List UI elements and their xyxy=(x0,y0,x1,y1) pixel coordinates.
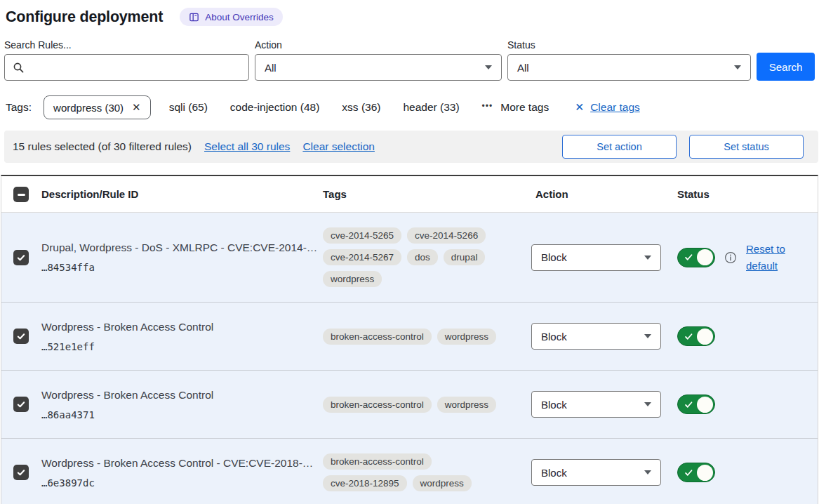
row-checkbox[interactable] xyxy=(13,465,29,480)
page-title: Configure deployment xyxy=(6,8,163,26)
title-row: Configure deployment About Overrides xyxy=(0,0,819,26)
rule-action-select[interactable]: Block xyxy=(531,323,661,350)
toggle-knob xyxy=(697,397,713,413)
about-overrides-badge[interactable]: About Overrides xyxy=(180,8,283,26)
rule-action-value: Block xyxy=(541,331,567,343)
rule-tags: broken-access-controlcve-2018-12895wordp… xyxy=(323,439,498,504)
selection-bar: 15 rules selected (of 30 filtered rules)… xyxy=(4,131,818,163)
search-rules-input[interactable] xyxy=(30,62,248,74)
rule-id: …86aa4371 xyxy=(41,409,323,420)
close-icon: ✕ xyxy=(575,101,584,114)
info-icon[interactable] xyxy=(724,251,737,264)
search-rules-box[interactable] xyxy=(4,54,249,81)
book-icon xyxy=(189,12,199,22)
tag-pill: broken-access-control xyxy=(323,397,432,413)
row-checkbox[interactable] xyxy=(13,250,29,265)
action-filter-value: All xyxy=(265,62,277,74)
row-checkbox[interactable] xyxy=(13,329,29,344)
checkmark-icon xyxy=(684,468,693,477)
tag-filter-item[interactable]: code-injection (48) xyxy=(230,101,320,114)
set-action-button[interactable]: Set action xyxy=(562,135,677,159)
column-header-action: Action xyxy=(531,188,675,200)
rule-action-value: Block xyxy=(541,251,567,263)
toggle-knob xyxy=(697,329,713,345)
tag-pill: cve-2014-5267 xyxy=(323,249,401,265)
more-tags-button[interactable]: ••• More tags xyxy=(482,101,550,114)
column-header-tags: Tags xyxy=(323,188,531,200)
rule-id: …521e1eff xyxy=(41,341,323,352)
table-row: Wordpress - Broken Access Control - CVE:… xyxy=(1,439,818,504)
chevron-down-icon xyxy=(644,402,651,406)
table-row: Drupal, Wordpress - DoS - XMLRPC - CVE:C… xyxy=(1,213,818,303)
reset-to-default-link[interactable]: Reset to default xyxy=(746,241,791,274)
rule-description: Drupal, Wordpress - DoS - XMLRPC - CVE:C… xyxy=(41,241,323,254)
status-toggle[interactable] xyxy=(677,394,715,414)
tags-label: Tags: xyxy=(6,101,32,114)
status-toggle[interactable] xyxy=(677,326,715,346)
rule-description: Wordpress - Broken Access Control - CVE:… xyxy=(41,457,323,470)
column-header-status: Status xyxy=(675,188,818,200)
selection-summary: 15 rules selected (of 30 filtered rules) xyxy=(13,140,192,153)
status-toggle[interactable] xyxy=(677,248,715,267)
action-filter: Action All xyxy=(255,39,502,81)
tag-pill: cve-2014-5266 xyxy=(407,227,486,244)
rule-id: …84534ffa xyxy=(41,262,323,273)
tag-pill: dos xyxy=(407,249,438,265)
table-header: Description/Rule ID Tags Action Status xyxy=(1,176,818,213)
action-filter-label: Action xyxy=(255,39,502,51)
chevron-down-icon xyxy=(644,470,651,475)
chevron-down-icon xyxy=(644,256,651,260)
row-checkbox[interactable] xyxy=(13,397,29,412)
clear-selection-link[interactable]: Clear selection xyxy=(302,140,375,153)
ellipsis-icon: ••• xyxy=(482,101,493,111)
about-overrides-label: About Overrides xyxy=(205,12,274,22)
tag-pill: cve-2018-12895 xyxy=(323,475,407,491)
selected-tag-label: wordpress (30) xyxy=(53,102,124,114)
table-row: Wordpress - Broken Access Control …86aa4… xyxy=(1,371,818,439)
rule-description: Wordpress - Broken Access Control xyxy=(41,389,323,402)
indeterminate-icon xyxy=(18,194,25,196)
status-toggle[interactable] xyxy=(677,463,715,482)
filters-bar: Search Rules... Action All Status All Se… xyxy=(0,39,819,81)
remove-tag-icon[interactable]: ✕ xyxy=(132,101,141,114)
checkmark-icon xyxy=(16,331,26,341)
search-button[interactable]: Search xyxy=(757,53,815,81)
clear-tags-link[interactable]: ✕ Clear tags xyxy=(575,101,640,114)
rule-tags: cve-2014-5265cve-2014-5266cve-2014-5267d… xyxy=(323,213,498,302)
chevron-down-icon xyxy=(644,334,651,338)
set-status-button[interactable]: Set status xyxy=(689,135,804,159)
rule-tags: broken-access-controlwordpress xyxy=(323,382,498,427)
tags-bar: Tags: wordpress (30) ✕ sqli (65)code-inj… xyxy=(0,95,819,119)
checkmark-icon xyxy=(16,253,26,263)
configure-deployment-page: Configure deployment About Overrides Sea… xyxy=(0,0,819,504)
chevron-down-icon xyxy=(734,65,741,69)
checkmark-icon xyxy=(684,253,693,262)
rule-tags: broken-access-controlwordpress xyxy=(323,314,498,359)
checkmark-icon xyxy=(16,467,26,477)
select-all-checkbox[interactable] xyxy=(13,187,29,202)
select-all-link[interactable]: Select all 30 rules xyxy=(204,140,290,153)
rules-table: Description/Rule ID Tags Action Status D… xyxy=(1,175,818,504)
rule-action-select[interactable]: Block xyxy=(531,244,661,271)
chevron-down-icon xyxy=(485,65,492,69)
tag-filter-item[interactable]: sqli (65) xyxy=(169,101,208,114)
rule-action-select[interactable]: Block xyxy=(531,391,661,418)
tag-pill: wordpress xyxy=(413,475,472,491)
toggle-knob xyxy=(697,465,713,481)
selected-tag-wordpress[interactable]: wordpress (30) ✕ xyxy=(44,95,151,119)
action-filter-select[interactable]: All xyxy=(255,54,502,81)
search-rules-filter: Search Rules... xyxy=(4,39,249,81)
checkmark-icon xyxy=(16,399,26,409)
checkmark-icon xyxy=(684,332,693,341)
tag-filter-item[interactable]: header (33) xyxy=(403,101,459,114)
clear-tags-label: Clear tags xyxy=(590,101,640,114)
rule-action-select[interactable]: Block xyxy=(531,459,661,486)
rule-action-value: Block xyxy=(541,399,567,411)
tag-pill: broken-access-control xyxy=(323,329,432,345)
status-filter-select[interactable]: All xyxy=(507,54,751,81)
tag-pill: wordpress xyxy=(323,271,382,287)
tag-filter-item[interactable]: xss (36) xyxy=(342,101,380,114)
search-rules-label: Search Rules... xyxy=(4,39,249,51)
status-filter-value: All xyxy=(517,62,529,74)
tag-pill: cve-2014-5265 xyxy=(323,227,401,244)
